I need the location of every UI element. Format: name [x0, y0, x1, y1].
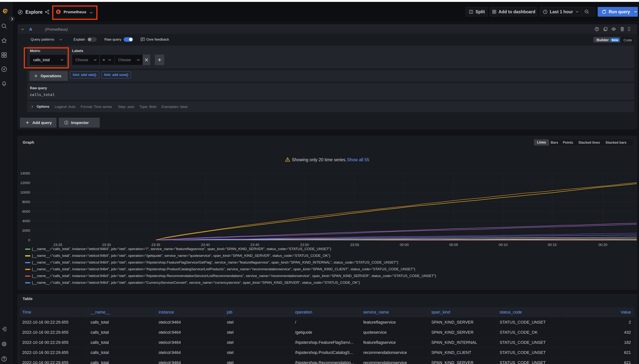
svg-text:6000: 6000 [22, 210, 30, 214]
svg-text:8000: 8000 [22, 200, 30, 204]
svg-text:2000: 2000 [22, 228, 30, 232]
svg-text:23:25: 23:25 [53, 243, 62, 247]
svg-text:12000: 12000 [20, 181, 30, 185]
svg-text:4000: 4000 [22, 219, 30, 223]
svg-text:00:20: 00:20 [598, 243, 608, 247]
svg-text:23:40: 23:40 [201, 243, 210, 247]
svg-text:00:10: 00:10 [499, 243, 508, 247]
svg-text:23:55: 23:55 [350, 243, 359, 247]
svg-text:23:30: 23:30 [102, 243, 111, 247]
svg-text:00:00: 00:00 [400, 243, 409, 247]
svg-text:23:50: 23:50 [300, 243, 309, 247]
svg-text:00:05: 00:05 [449, 243, 458, 247]
svg-text:23:35: 23:35 [151, 243, 160, 247]
svg-text:23:45: 23:45 [250, 243, 259, 247]
svg-text:0: 0 [28, 238, 30, 242]
svg-text:14000: 14000 [20, 171, 30, 175]
svg-text:10000: 10000 [20, 190, 30, 194]
svg-text:00:15: 00:15 [548, 243, 557, 247]
